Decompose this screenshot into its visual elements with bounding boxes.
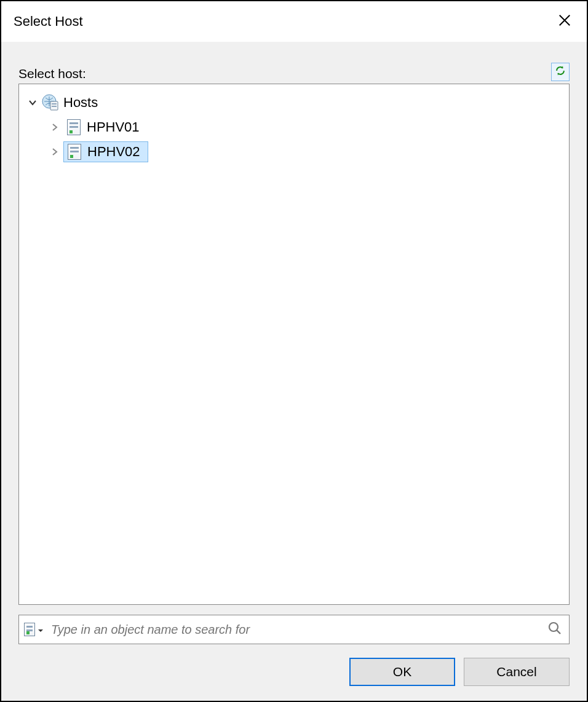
tree-node-label: HPHV01 (83, 119, 143, 135)
refresh-icon (554, 65, 566, 80)
server-icon (65, 119, 83, 135)
search-icon (547, 621, 562, 639)
object-type-filter[interactable] (24, 623, 47, 637)
select-host-label: Select host: (18, 66, 551, 81)
dialog-body: Select host: (1, 42, 587, 701)
dialog-title: Select Host (14, 14, 551, 30)
tree-node-label: HPHV02 (84, 144, 144, 160)
svg-line-5 (557, 630, 560, 634)
svg-rect-2 (52, 103, 57, 105)
cancel-button[interactable]: Cancel (464, 658, 570, 686)
server-icon (24, 623, 35, 636)
search-bar (18, 615, 570, 644)
host-tree[interactable]: Hosts HPHV01 (18, 84, 570, 605)
close-button[interactable] (551, 8, 578, 35)
search-input[interactable] (47, 623, 544, 637)
close-icon (558, 14, 571, 30)
tree-node-host[interactable]: HPHV02 (24, 140, 564, 164)
chevron-right-icon (50, 119, 59, 135)
ok-button[interactable]: OK (349, 658, 455, 686)
select-host-dialog: Select Host Select host: (0, 0, 588, 702)
tree-node-label: Hosts (60, 95, 101, 111)
tree-node-hosts[interactable]: Hosts (24, 90, 564, 115)
dropdown-caret-icon (38, 623, 44, 637)
tree-node-host[interactable]: HPHV01 (24, 115, 564, 140)
server-icon (65, 144, 84, 160)
svg-point-4 (549, 623, 558, 631)
hosts-group-icon (41, 94, 60, 111)
chevron-down-icon (28, 95, 37, 111)
chevron-right-icon (50, 144, 59, 160)
expand-toggle[interactable] (46, 119, 63, 135)
title-bar: Select Host (1, 1, 587, 42)
expand-toggle[interactable] (46, 144, 63, 160)
search-button[interactable] (544, 619, 565, 640)
svg-rect-3 (52, 106, 57, 107)
label-row: Select host: (18, 57, 570, 81)
refresh-button[interactable] (551, 63, 570, 81)
dialog-buttons: OK Cancel (18, 658, 570, 686)
expand-toggle[interactable] (24, 95, 41, 111)
